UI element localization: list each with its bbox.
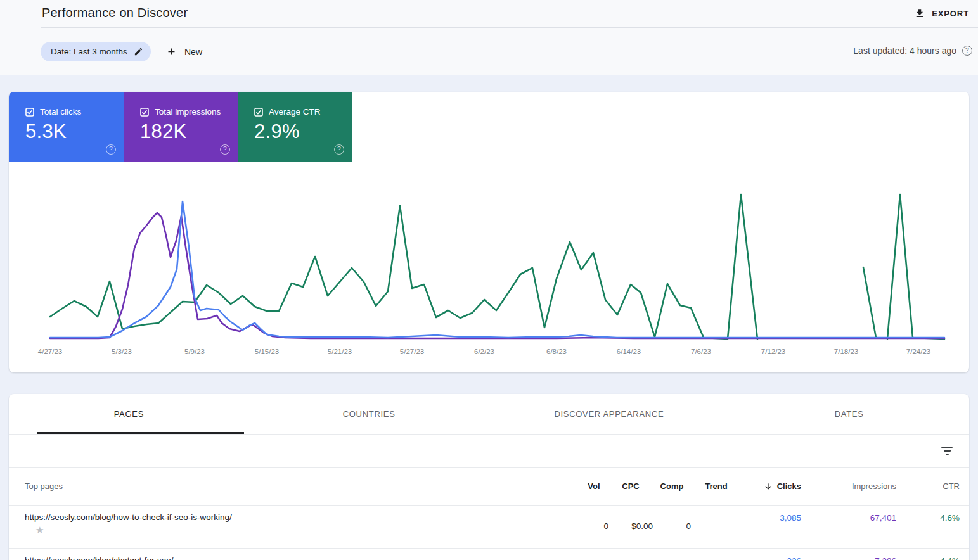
- metric-label: Total impressions: [155, 107, 221, 117]
- performance-chart-card: Total clicks 5.3K ? Total impressions 18…: [9, 92, 969, 372]
- cell-ctr: 4.4%: [896, 549, 960, 560]
- export-button[interactable]: EXPORT: [914, 4, 969, 23]
- cell-impressions: 67,401: [801, 506, 896, 523]
- x-tick-label: 7/18/23: [834, 348, 858, 355]
- performance-line-chart[interactable]: [38, 177, 951, 342]
- x-tick-label: 5/9/23: [184, 348, 205, 355]
- column-cpc[interactable]: CPC: [608, 481, 653, 491]
- tab-countries[interactable]: COUNTRIES: [249, 394, 489, 434]
- edit-pencil-icon[interactable]: [134, 47, 143, 56]
- page-url-link[interactable]: https://seosly.com/blog/chatgpt-for-seo/: [9, 549, 579, 560]
- x-tick-label: 4/27/23: [38, 348, 62, 355]
- table-row[interactable]: https://seosly.com/blog/chatgpt-for-seo/…: [9, 548, 969, 560]
- cell-ctr: 4.6%: [896, 506, 960, 523]
- metric-label: Average CTR: [269, 107, 321, 117]
- help-icon[interactable]: ?: [106, 144, 116, 155]
- plus-icon: [166, 46, 177, 57]
- new-filter-label: New: [184, 47, 202, 57]
- help-icon[interactable]: ?: [962, 46, 972, 56]
- cell-comp: 0: [653, 506, 691, 531]
- x-tick-label: 7/24/23: [906, 348, 930, 355]
- cell-clicks: 326: [742, 549, 801, 560]
- cell-comp: [653, 549, 691, 560]
- cell-impressions: 7,386: [801, 549, 896, 560]
- chart-line-total-clicks: [50, 201, 944, 338]
- filter-rows-icon[interactable]: [939, 444, 955, 458]
- column-impressions[interactable]: Impressions: [801, 481, 896, 491]
- checkbox-checked-icon[interactable]: [25, 108, 34, 117]
- chart-line-average-ctr: [887, 194, 944, 339]
- header-divider: [41, 27, 978, 28]
- chart-line-total-impressions: [50, 213, 944, 338]
- chart-x-axis: 4/27/235/3/235/9/235/15/235/21/235/27/23…: [9, 348, 969, 358]
- tab-dates[interactable]: DATES: [729, 394, 969, 434]
- metric-value: 182K: [140, 120, 187, 143]
- metric-value: 2.9%: [254, 120, 300, 143]
- date-filter-chip[interactable]: Date: Last 3 months: [41, 42, 151, 61]
- column-clicks-label: Clicks: [777, 481, 801, 491]
- column-comp[interactable]: Comp: [653, 481, 691, 491]
- cell-clicks: 3,085: [742, 506, 801, 523]
- x-tick-label: 5/27/23: [400, 348, 424, 355]
- column-top-pages[interactable]: Top pages: [9, 481, 579, 491]
- page-url-link[interactable]: https://seosly.com/blog/how-to-check-if-…: [9, 506, 579, 522]
- metric-label: Total clicks: [40, 107, 81, 117]
- column-trend[interactable]: Trend: [691, 481, 742, 491]
- sort-descending-arrow-icon: [764, 482, 773, 491]
- page-title: Performance on Discover: [42, 6, 188, 20]
- x-tick-label: 7/6/23: [691, 348, 711, 355]
- date-filter-label: Date: Last 3 months: [51, 47, 127, 56]
- chart-line-average-ctr: [863, 267, 876, 338]
- table-row[interactable]: https://seosly.com/blog/how-to-check-if-…: [9, 505, 969, 548]
- x-tick-label: 6/2/23: [474, 348, 494, 355]
- average-ctr-card[interactable]: Average CTR 2.9% ?: [238, 92, 352, 162]
- chart-line-average-ctr: [50, 194, 757, 339]
- table-toolbar: [9, 434, 969, 467]
- help-icon[interactable]: ?: [334, 144, 344, 155]
- column-ctr[interactable]: CTR: [896, 481, 960, 491]
- column-clicks-sorted[interactable]: Clicks: [742, 481, 801, 491]
- cell-vol: 0: [579, 506, 608, 531]
- new-filter-button[interactable]: New: [166, 42, 202, 61]
- tab-discover-appearance[interactable]: DISCOVER APPEARANCE: [489, 394, 730, 434]
- last-updated: Last updated: 4 hours ago ?: [853, 46, 972, 56]
- metric-value: 5.3K: [25, 120, 67, 143]
- checkbox-checked-icon[interactable]: [140, 108, 149, 117]
- x-tick-label: 6/14/23: [617, 348, 641, 355]
- x-tick-label: 7/12/23: [761, 348, 785, 355]
- x-tick-label: 6/8/23: [546, 348, 567, 355]
- x-tick-label: 5/15/23: [255, 348, 279, 355]
- cell-cpc: $0.00: [608, 506, 653, 531]
- star-icon[interactable]: ★: [35, 525, 44, 536]
- dimensions-table-card: PAGES COUNTRIES DISCOVER APPEARANCE DATE…: [9, 394, 969, 560]
- table-tabs: PAGES COUNTRIES DISCOVER APPEARANCE DATE…: [9, 394, 969, 434]
- export-label: EXPORT: [932, 9, 969, 18]
- column-vol[interactable]: Vol: [579, 481, 608, 491]
- table-header-row: Top pages Vol CPC Comp Trend Clicks Impr…: [9, 467, 969, 505]
- download-icon: [914, 8, 925, 19]
- total-impressions-card[interactable]: Total impressions 182K ?: [124, 92, 238, 162]
- checkbox-checked-icon[interactable]: [254, 108, 263, 117]
- cell-vol: [579, 549, 608, 560]
- tab-pages[interactable]: PAGES: [9, 394, 249, 434]
- cell-trend: [691, 549, 742, 560]
- total-clicks-card[interactable]: Total clicks 5.3K ?: [9, 92, 124, 162]
- x-tick-label: 5/3/23: [112, 348, 132, 355]
- cell-trend: [691, 506, 742, 521]
- help-icon[interactable]: ?: [220, 144, 230, 155]
- x-tick-label: 5/21/23: [328, 348, 352, 355]
- last-updated-label: Last updated: 4 hours ago: [853, 46, 956, 56]
- cell-cpc: [608, 549, 653, 560]
